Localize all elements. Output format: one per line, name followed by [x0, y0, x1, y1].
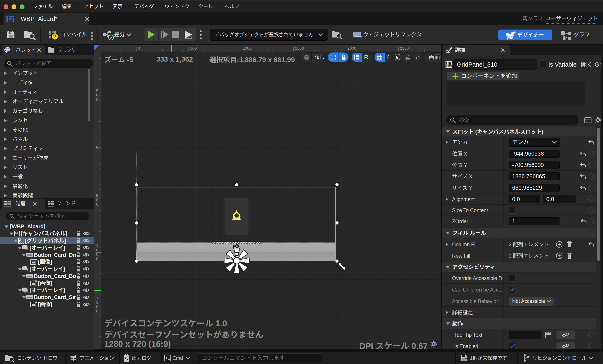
svg-text:0: 0	[138, 46, 140, 50]
svg-text:0: 0	[96, 93, 98, 97]
svg-text:0: 0	[96, 145, 98, 150]
svg-text:1500: 1500	[295, 46, 304, 50]
svg-text:5: 5	[96, 300, 98, 305]
svg-text:0: 0	[96, 202, 98, 207]
svg-text:0: 0	[96, 198, 98, 202]
svg-text:0: 0	[96, 257, 98, 261]
svg-text:500: 500	[190, 46, 197, 50]
svg-text:0: 0	[96, 305, 98, 309]
svg-text:1: 1	[96, 243, 98, 248]
svg-text:5: 5	[96, 89, 98, 93]
svg-text:1000: 1000	[243, 46, 252, 50]
svg-text:2000: 2000	[347, 46, 356, 50]
svg-text:5: 5	[96, 193, 98, 198]
svg-text:0: 0	[96, 252, 98, 257]
svg-text:2500: 2500	[400, 46, 409, 50]
svg-text:1: 1	[96, 296, 98, 300]
svg-text:0: 0	[96, 97, 98, 102]
svg-text:?: ?	[53, 33, 57, 40]
svg-text:0: 0	[96, 309, 98, 313]
svg-text:0: 0	[96, 248, 98, 252]
